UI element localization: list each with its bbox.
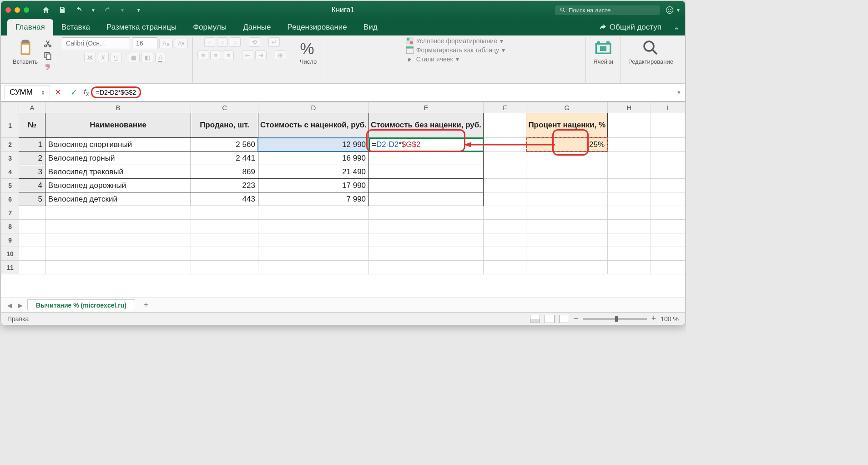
cell[interactable] xyxy=(45,220,191,233)
cell[interactable] xyxy=(651,220,685,233)
cell[interactable] xyxy=(45,261,191,274)
collapse-ribbon-icon[interactable]: ⌃ xyxy=(673,26,680,35)
cell[interactable] xyxy=(258,247,368,261)
cell[interactable] xyxy=(45,247,191,261)
cell[interactable]: 7 990 xyxy=(258,192,368,206)
align-bottom-button[interactable]: ≡ xyxy=(230,37,241,47)
cells-button[interactable]: Ячейки xyxy=(590,37,616,66)
font-name-select[interactable]: Calibri (Осн... xyxy=(62,37,130,49)
row-header[interactable]: 4 xyxy=(1,165,19,179)
decrease-font-button[interactable]: A▾ xyxy=(175,39,188,48)
cell[interactable] xyxy=(484,233,526,247)
cell[interactable] xyxy=(608,261,651,274)
tab-insert[interactable]: Вставка xyxy=(53,19,98,35)
cell[interactable] xyxy=(526,206,608,220)
save-icon[interactable] xyxy=(58,6,66,14)
tab-review[interactable]: Рецензирование xyxy=(279,19,355,35)
cell[interactable]: 869 xyxy=(191,165,258,179)
cell[interactable] xyxy=(191,206,258,220)
cell-styles-button[interactable]: Стили ячеек ▾ xyxy=(406,56,505,63)
underline-button[interactable]: Ч xyxy=(111,53,121,62)
cell[interactable] xyxy=(191,233,258,247)
cell[interactable] xyxy=(258,220,368,233)
cut-icon[interactable] xyxy=(43,39,52,48)
page-break-view-button[interactable] xyxy=(559,315,569,323)
feedback-dropdown-icon[interactable]: ▼ xyxy=(676,8,681,13)
cell[interactable]: Стоимость без наценки, руб. xyxy=(369,113,484,138)
home-icon[interactable] xyxy=(42,6,50,14)
col-header[interactable]: C xyxy=(191,102,258,113)
borders-button[interactable]: ▦ xyxy=(128,53,140,62)
cell-G2[interactable]: 25% xyxy=(526,138,608,152)
cell[interactable] xyxy=(608,206,651,220)
cell[interactable] xyxy=(19,220,45,233)
increase-font-button[interactable]: A▴ xyxy=(159,39,173,48)
cell[interactable] xyxy=(608,113,651,138)
row-header[interactable]: 3 xyxy=(1,152,19,165)
cell[interactable] xyxy=(258,206,368,220)
cell[interactable]: 2 xyxy=(19,152,45,165)
cell[interactable] xyxy=(191,261,258,274)
cell[interactable] xyxy=(258,261,368,274)
tab-home[interactable]: Главная xyxy=(7,19,53,35)
cell[interactable] xyxy=(369,152,484,165)
cell[interactable] xyxy=(369,233,484,247)
cell[interactable]: 21 490 xyxy=(258,165,368,179)
align-center-button[interactable]: ≡ xyxy=(210,51,221,60)
cell[interactable] xyxy=(369,220,484,233)
align-right-button[interactable]: ≡ xyxy=(223,51,234,60)
cell[interactable]: 5 xyxy=(19,192,45,206)
cell[interactable] xyxy=(484,247,526,261)
cell[interactable]: Велосипед дорожный xyxy=(45,179,191,192)
cell[interactable] xyxy=(608,138,651,152)
prev-sheet-icon[interactable]: ◀ xyxy=(5,302,15,309)
format-as-table-button[interactable]: Форматировать как таблицу ▾ xyxy=(406,46,505,54)
zoom-level[interactable]: 100 % xyxy=(661,315,679,323)
copy-icon[interactable] xyxy=(43,51,52,60)
cell[interactable] xyxy=(526,179,608,192)
cell[interactable] xyxy=(369,179,484,192)
cell[interactable] xyxy=(651,233,685,247)
zoom-out-button[interactable]: − xyxy=(574,314,579,323)
cell[interactable] xyxy=(45,233,191,247)
fill-color-button[interactable]: ◧ xyxy=(141,53,153,62)
cell[interactable] xyxy=(526,247,608,261)
search-input[interactable]: Поиск на листе xyxy=(555,5,660,15)
page-layout-view-button[interactable] xyxy=(545,315,555,323)
cell[interactable] xyxy=(191,247,258,261)
cell[interactable]: 1 xyxy=(19,138,45,152)
cell[interactable] xyxy=(608,233,651,247)
tab-formulas[interactable]: Формулы xyxy=(185,19,235,35)
name-box-stepper-icon[interactable]: ▲▼ xyxy=(41,90,45,95)
row-header[interactable]: 1 xyxy=(1,113,19,138)
merge-button[interactable]: ⊞ xyxy=(275,51,286,60)
col-header[interactable]: F xyxy=(484,102,526,113)
paste-button[interactable]: Вставить xyxy=(10,37,40,66)
cell[interactable] xyxy=(369,206,484,220)
spreadsheet-grid[interactable]: A B C D E F G H I 1 № Наименование Прода… xyxy=(1,102,685,298)
expand-formula-bar-icon[interactable]: ▼ xyxy=(676,90,681,95)
cell[interactable]: Процент наценки, % xyxy=(526,113,608,138)
cell[interactable] xyxy=(651,138,685,152)
decrease-indent-button[interactable]: ⇤ xyxy=(242,51,253,60)
conditional-formatting-button[interactable]: Условное форматирование ▾ xyxy=(406,37,505,45)
cell[interactable] xyxy=(369,247,484,261)
cell[interactable]: 3 xyxy=(19,165,45,179)
row-header[interactable]: 7 xyxy=(1,206,19,220)
cell[interactable]: 443 xyxy=(191,192,258,206)
number-format-button[interactable]: % Число xyxy=(296,37,320,66)
cell[interactable] xyxy=(608,152,651,165)
cell[interactable] xyxy=(19,247,45,261)
cell[interactable] xyxy=(651,261,685,274)
row-header[interactable]: 11 xyxy=(1,261,19,274)
tab-layout[interactable]: Разметка страницы xyxy=(98,19,185,35)
row-header[interactable]: 5 xyxy=(1,179,19,192)
cell[interactable] xyxy=(608,179,651,192)
align-middle-button[interactable]: ≡ xyxy=(217,37,228,47)
zoom-slider[interactable] xyxy=(583,318,647,320)
redo-icon[interactable] xyxy=(104,6,112,14)
cell[interactable] xyxy=(526,192,608,206)
cell[interactable] xyxy=(484,220,526,233)
redo-dropdown-icon[interactable]: ▼ xyxy=(120,8,125,13)
cell[interactable] xyxy=(526,261,608,274)
